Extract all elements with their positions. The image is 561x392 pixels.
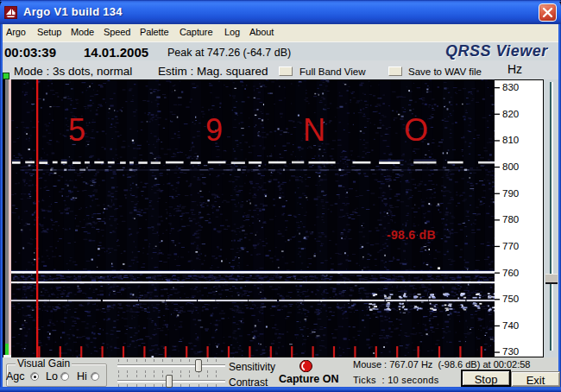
svg-text:5: 5 (68, 112, 85, 148)
svg-text:810: 810 (502, 135, 519, 145)
svg-text:O: O (404, 112, 428, 148)
svg-text:790: 790 (502, 188, 519, 199)
svg-text:830: 830 (502, 82, 519, 92)
svg-text:9: 9 (205, 112, 223, 148)
svg-text:730: 730 (502, 346, 519, 357)
svg-text:820: 820 (502, 109, 519, 119)
svg-text:770: 770 (502, 241, 519, 251)
svg-text:N: N (303, 112, 325, 148)
svg-text:740: 740 (502, 320, 519, 331)
svg-text:760: 760 (502, 268, 519, 278)
svg-text:780: 780 (502, 214, 519, 224)
svg-text:750: 750 (502, 294, 519, 304)
svg-text:-98.6 dB: -98.6 dB (387, 228, 436, 242)
svg-text:800: 800 (502, 161, 519, 172)
